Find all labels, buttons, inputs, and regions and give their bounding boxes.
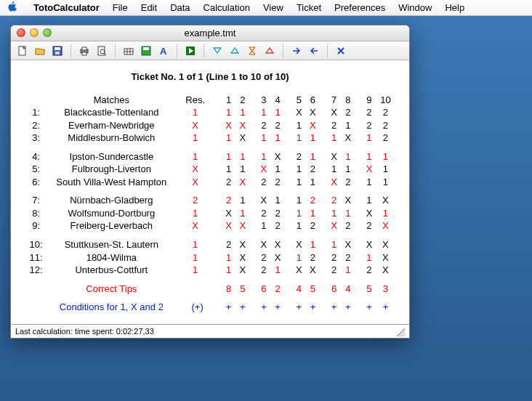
window-minimize-button[interactable] [30,28,39,37]
col-header: 2 [235,94,249,107]
hourglass-icon[interactable] [245,44,259,58]
menu-ticket[interactable]: Ticket [297,2,321,13]
cell: X [284,106,306,119]
preview-icon[interactable] [94,44,109,58]
app-name[interactable]: TotoCalculator [33,2,100,13]
condition-plus[interactable]: + [214,301,236,314]
menu-file[interactable]: File [113,2,128,13]
window-zoom-button[interactable] [43,28,52,37]
cell: X [214,219,236,232]
svg-rect-5 [82,47,86,50]
condition-plus[interactable]: + [306,301,320,314]
row-index: 1: [25,106,47,119]
prev-icon[interactable] [307,44,321,58]
cell: X [306,106,320,119]
cell: X [235,238,249,251]
cell: X [320,150,342,163]
cell: 2 [249,119,271,132]
result-cell: 1 [177,106,214,119]
run-icon[interactable] [183,44,198,58]
condition-plus[interactable]: + [376,301,395,314]
cell: X [271,251,285,264]
table-row: 8:Wolfsmund-Dortburg1X1221111X1 [25,207,395,220]
menu-window[interactable]: Window [398,2,432,13]
condition-plus[interactable]: + [271,301,285,314]
cell: 1 [376,150,395,163]
menu-view[interactable]: View [263,2,283,13]
open-icon[interactable] [33,44,47,58]
cell: 2 [342,219,355,232]
result-cell: 1 [177,131,214,145]
cell: 1 [284,194,306,207]
apple-menu-icon[interactable] [7,1,17,14]
cell: 2 [306,163,320,176]
cell: 2 [306,194,320,207]
condition-plus[interactable]: + [342,301,355,314]
cell: 1 [271,131,285,145]
table-row: 12:Unterbus-Cottfurt11X21XX212X [25,264,395,277]
table-row: 6:South Villa-West HamptonX2X2211X211 [25,176,395,189]
save-icon[interactable] [50,44,65,58]
font-icon[interactable]: A [156,44,171,58]
titlebar[interactable]: example.tmt [11,25,409,41]
cell: 1 [376,176,395,189]
table-row: 7:Nürnbach-Gladberg221X1122X1X [25,194,395,207]
cell: 2 [355,219,376,232]
cell: 1 [214,106,236,119]
condition-plus[interactable]: + [320,301,342,314]
next-icon[interactable] [289,44,304,58]
cell: 1 [306,238,320,251]
menu-calculation[interactable]: Calculation [203,2,250,13]
cell: X [376,238,395,251]
correct-value: 5 [235,283,249,296]
cell: 2 [342,106,355,119]
condition-plus[interactable]: + [284,301,306,314]
menu-preferences[interactable]: Preferences [334,2,385,13]
cell: X [235,119,249,132]
menu-data[interactable]: Data [170,2,190,13]
conditions-symbol[interactable]: (+) [177,301,214,314]
toolbar: A [11,41,409,60]
menu-help[interactable]: Help [445,2,464,13]
cell: 1 [376,207,395,220]
delete-x-icon[interactable] [334,44,348,58]
cell: 1 [271,106,285,119]
filter-up-red-icon[interactable] [262,44,277,58]
cell: 2 [214,194,236,207]
cell: 2 [249,176,271,189]
condition-plus[interactable]: + [235,301,249,314]
cell: 1 [284,251,306,264]
cell: 1 [306,176,320,189]
filter-down-icon[interactable] [210,44,225,58]
cell: 1 [320,238,342,251]
result-cell: X [177,219,214,232]
resize-grip-icon[interactable] [395,326,405,336]
cell: 2 [320,119,342,132]
table-row: 11:1804-Wilma11X2X12221X [25,251,395,264]
condition-plus[interactable]: + [249,301,271,314]
cell: X [271,150,285,163]
save-green-icon[interactable] [139,44,153,58]
correct-value: 5 [306,283,320,296]
match-name: 1804-Wilma [47,251,176,264]
col-header: 7 [320,94,342,107]
window-close-button[interactable] [17,28,25,37]
row-index: 5: [25,163,47,176]
col-header: 10 [376,94,395,107]
menu-edit[interactable]: Edit [141,2,157,13]
cell: X [235,131,249,145]
cell: 2 [214,238,236,251]
cell: X [235,251,249,264]
cell: X [342,238,355,251]
new-icon[interactable] [15,44,30,58]
matches-header: Matches [47,94,176,107]
data-grid-icon[interactable] [121,44,136,58]
cell: X [376,219,395,232]
cell: 1 [214,150,236,163]
cell: X [376,194,395,207]
filter-up-icon[interactable] [227,44,242,58]
cell: 2 [355,106,376,119]
cell: 2 [271,119,285,132]
condition-plus[interactable]: + [355,301,376,314]
print-icon[interactable] [77,44,92,58]
